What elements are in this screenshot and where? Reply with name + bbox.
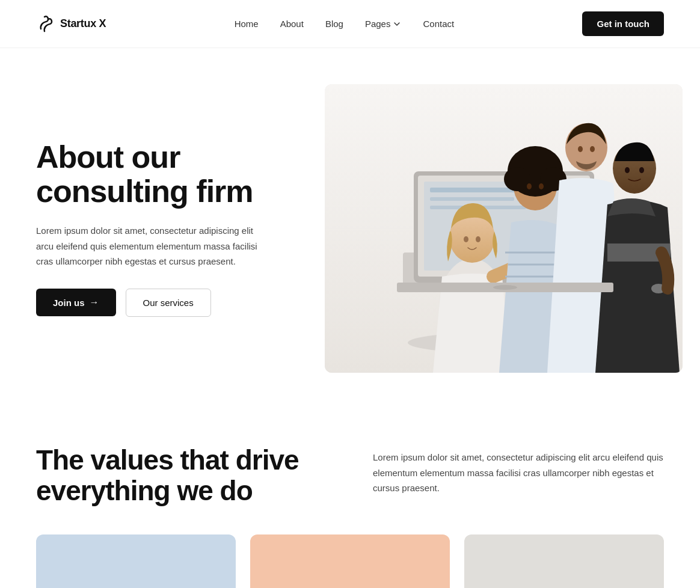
values-cards: [36, 534, 664, 588]
arrow-right-icon: →: [90, 297, 99, 308]
hero-left: About our consulting firm Lorem ipsum do…: [36, 140, 301, 317]
join-us-button[interactable]: Join us →: [36, 289, 116, 316]
chevron-down-icon: [393, 20, 401, 28]
team-svg: [325, 84, 683, 373]
hero-buttons: Join us → Our services: [36, 289, 301, 317]
svg-point-22: [527, 183, 532, 189]
svg-point-14: [476, 236, 480, 242]
pages-dropdown[interactable]: Pages: [365, 19, 402, 29]
values-description: Lorem ipsum dolor sit amet, consectetur …: [373, 445, 664, 496]
logo-link[interactable]: Startux X: [36, 14, 106, 34]
nav-links: Home About Blog Pages Contact: [235, 19, 455, 29]
join-us-label: Join us: [53, 298, 85, 308]
get-in-touch-button[interactable]: Get in touch: [582, 11, 664, 36]
svg-point-25: [578, 146, 583, 152]
nav-item-pages[interactable]: Pages: [365, 19, 402, 29]
nav-link-home[interactable]: Home: [235, 19, 259, 29]
value-card-1: [36, 534, 236, 588]
nav-link-about[interactable]: About: [280, 19, 304, 29]
svg-point-30: [639, 167, 644, 173]
nav-item-contact[interactable]: Contact: [423, 19, 454, 29]
hero-title: About our consulting firm: [36, 140, 301, 209]
nav-item-home[interactable]: Home: [235, 19, 259, 29]
hero-right: [325, 84, 683, 373]
nav-link-blog[interactable]: Blog: [325, 19, 343, 29]
pages-label: Pages: [365, 19, 391, 29]
svg-point-29: [625, 167, 630, 173]
values-title: The values that drive everything we do: [36, 445, 325, 506]
nav-link-contact[interactable]: Contact: [423, 19, 454, 29]
values-section: The values that drive everything we do L…: [0, 397, 700, 588]
value-card-3: [464, 534, 664, 588]
svg-point-23: [539, 183, 544, 189]
value-card-2: [250, 534, 450, 588]
hero-section: About our consulting firm Lorem ipsum do…: [0, 48, 700, 397]
our-services-button[interactable]: Our services: [126, 289, 211, 317]
logo-text: Startux X: [60, 17, 106, 30]
hero-image: [325, 84, 683, 373]
svg-rect-9: [430, 197, 514, 201]
svg-point-33: [493, 285, 517, 290]
nav-item-about[interactable]: About: [280, 19, 304, 29]
logo-icon: [36, 14, 55, 34]
svg-point-20: [504, 167, 530, 191]
svg-point-26: [590, 146, 595, 152]
navbar: Startux X Home About Blog Pages Contact …: [0, 0, 700, 48]
values-top: The values that drive everything we do L…: [36, 445, 664, 506]
hero-description: Lorem ipsum dolor sit amet, consectetur …: [36, 223, 265, 269]
svg-point-13: [464, 236, 468, 242]
nav-item-blog[interactable]: Blog: [325, 19, 343, 29]
